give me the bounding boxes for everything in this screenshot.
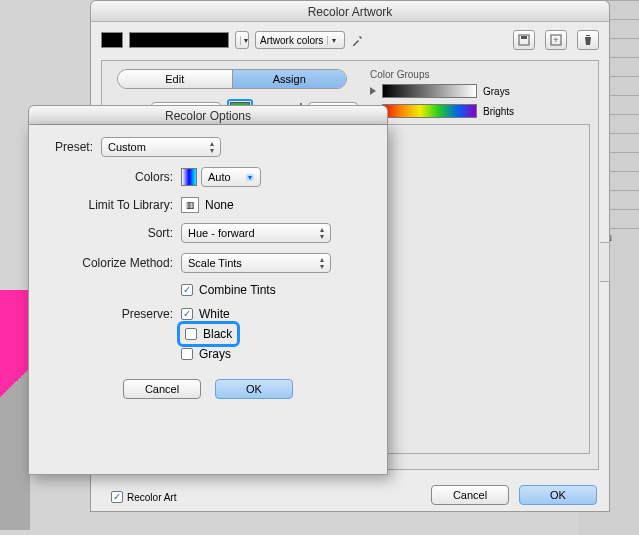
save-group-button[interactable] [513,30,535,50]
eyedropper-icon[interactable] [351,33,365,47]
recolor-art-checkbox[interactable] [111,491,123,503]
opt-limit-value: None [205,198,234,212]
preset-dropdown-value: Artwork colors [260,35,323,46]
color-group-brights[interactable]: Brights [370,104,590,118]
resize-grip[interactable] [600,242,610,282]
color-group-name: Brights [483,106,514,117]
opt-colors-label: Colors: [41,170,181,184]
trash-button[interactable] [577,30,599,50]
combine-tints-checkbox[interactable] [181,284,193,296]
color-group-list [370,124,590,454]
cancel-button[interactable]: Cancel [123,379,201,399]
combine-tints-label: Combine Tints [199,283,276,297]
recolor-art-label: Recolor Art [127,492,176,503]
color-group-grays[interactable]: Grays [370,84,590,98]
preset-dropdown-top[interactable]: Artwork colors ▾ [255,31,345,49]
opt-preserve-label: Preserve: [41,307,181,321]
opt-sort-label: Sort: [41,226,181,240]
preserve-white-checkbox[interactable] [181,308,193,320]
ok-button-main[interactable]: OK [519,485,597,505]
active-fill-swatch[interactable] [101,32,123,48]
recolor-options-window: Preset: Custom▴▾ Colors: Auto ▾ Limit To… [28,125,388,475]
opt-preset-label: Preset: [41,140,101,154]
disclosure-triangle-icon[interactable] [370,87,376,95]
edit-assign-tabs: Edit Assign [117,69,347,89]
svg-text:+: + [553,35,558,45]
preserve-white-label: White [199,307,230,321]
color-group-name: Grays [483,86,510,97]
tab-assign[interactable]: Assign [233,70,347,88]
opt-preset-select[interactable]: Custom▴▾ [101,137,221,157]
window-title: Recolor Artwork [90,0,610,22]
cancel-button-main[interactable]: Cancel [431,485,509,505]
color-group-swatch[interactable] [129,32,229,48]
colors-swatch-icon [181,168,197,186]
tab-edit[interactable]: Edit [118,70,233,88]
ok-button[interactable]: OK [215,379,293,399]
preserve-black-checkbox[interactable] [185,328,197,340]
grays-swatch [382,84,477,98]
svg-rect-1 [521,36,527,39]
opt-sort-select[interactable]: Hue - forward▴▾ [181,223,331,243]
swatch-menu[interactable]: ▾ [235,31,249,49]
preserve-grays-label: Grays [199,347,231,361]
preserve-grays-checkbox[interactable] [181,348,193,360]
opt-limit-label: Limit To Library: [41,198,181,212]
library-icon[interactable]: ▥ [181,197,199,213]
opt-colors-select[interactable]: Auto ▾ [201,167,261,187]
opt-method-label: Colorize Method: [41,256,181,270]
brights-swatch [382,104,477,118]
color-groups-label: Color Groups [370,69,590,80]
preserve-black-label: Black [203,327,232,341]
opt-method-select[interactable]: Scale Tints▴▾ [181,253,331,273]
options-title: Recolor Options [28,105,388,125]
new-group-button[interactable]: + [545,30,567,50]
